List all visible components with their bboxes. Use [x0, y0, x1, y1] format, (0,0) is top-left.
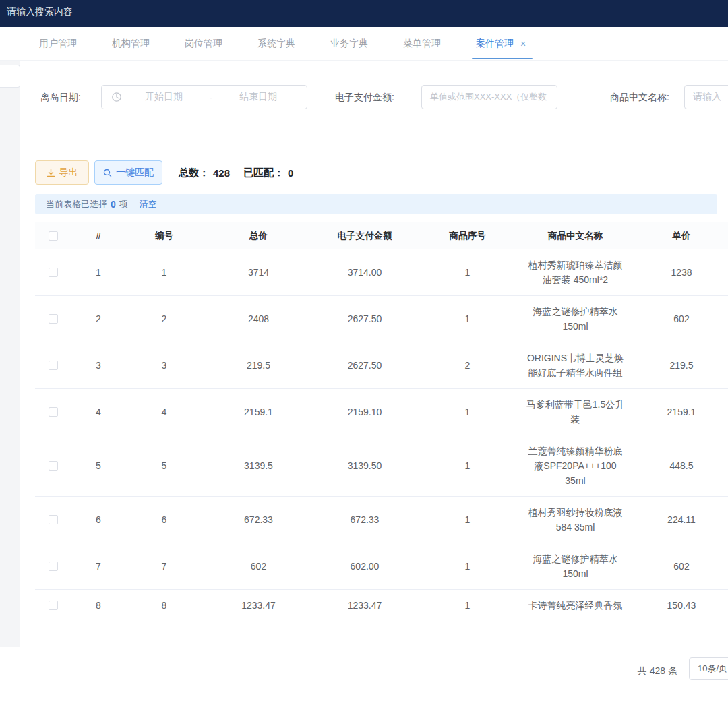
tab-item-4[interactable]: 业务字典: [330, 27, 368, 61]
cell-total-price: 2408: [203, 303, 314, 334]
tab-close-icon[interactable]: ×: [520, 38, 526, 49]
cell-code: 4: [125, 396, 203, 427]
cell-product-seq: 1: [415, 551, 520, 582]
tab-item-5[interactable]: 菜单管理: [403, 27, 441, 61]
total-value: 428: [213, 167, 230, 179]
cell-index: 2: [71, 303, 125, 334]
row-checkbox[interactable]: [49, 601, 58, 610]
cell-index: 4: [71, 396, 125, 427]
cell-index: 6: [71, 504, 125, 535]
product-name-input[interactable]: 请输入: [684, 85, 728, 109]
clear-selection-link[interactable]: 清空: [140, 198, 157, 210]
data-table: # 编号 总价 电子支付金额 商品序号 商品中文名称 单价 1 1 3714 3…: [35, 222, 728, 611]
selection-prefix: 当前表格已选择: [46, 198, 107, 210]
select-all-checkbox[interactable]: [49, 231, 58, 241]
tab-item-3[interactable]: 系统字典: [257, 27, 295, 61]
cell-epay-amount: 2159.10: [314, 396, 415, 427]
page-size-select[interactable]: 10条/页: [689, 657, 728, 680]
tab-label: 案件管理: [476, 38, 514, 50]
product-name-filter-label: 商品中文名称:: [610, 85, 669, 109]
selection-count: 0: [111, 199, 116, 210]
cell-product-seq: 1: [415, 257, 520, 288]
table-row: 6 6 672.33 672.33 1 植村秀羽纱持妆粉底液 584 35ml …: [35, 497, 728, 543]
cell-product-name: ORIGINS韦博士灵芝焕能好底子精华水两件组: [520, 342, 631, 388]
tab-item-1[interactable]: 机构管理: [112, 27, 150, 61]
tab-item-6[interactable]: 案件管理×: [476, 27, 526, 61]
header-product-name: 商品中文名称: [520, 229, 631, 243]
tab-label: 岗位管理: [185, 38, 222, 50]
cell-code: 5: [125, 450, 203, 481]
header-index: #: [71, 229, 125, 243]
tab-item-0[interactable]: 用户管理: [39, 27, 77, 61]
cell-epay-amount: 672.33: [314, 504, 415, 535]
tab-item-2[interactable]: 岗位管理: [185, 27, 222, 61]
table-row: 8 8 1233.47 1233.47 1 卡诗菁纯亮泽经典香氛 150.43: [35, 590, 728, 611]
cell-product-name: 卡诗菁纯亮泽经典香氛: [520, 590, 631, 611]
start-date-placeholder[interactable]: 开始日期: [122, 91, 206, 103]
cell-index: 7: [71, 551, 125, 582]
cell-code: 2: [125, 303, 203, 334]
table-row: 1 1 3714 3714.00 1 植村秀新琥珀臻萃洁颜油套装 450ml*2…: [35, 249, 728, 296]
download-icon: [47, 169, 55, 177]
row-checkbox[interactable]: [49, 407, 58, 417]
cell-unit-price: 219.5: [631, 350, 728, 381]
row-checkbox[interactable]: [49, 515, 58, 524]
cell-epay-amount: 1233.47: [314, 590, 415, 611]
cell-product-name: 海蓝之谜修护精萃水 150ml: [520, 543, 631, 589]
amount-input[interactable]: 单值或范围XXX-XXX（仅整数: [421, 85, 557, 109]
table-row: 2 2 2408 2627.50 1 海蓝之谜修护精萃水 150ml 602: [35, 296, 728, 342]
row-checkbox[interactable]: [49, 361, 58, 370]
export-button[interactable]: 导出: [35, 160, 89, 185]
cell-product-name: 马爹利蓝带干邑1.5公升装: [520, 389, 631, 435]
cell-epay-amount: 3714.00: [314, 257, 415, 288]
cell-total-price: 2159.1: [203, 396, 314, 427]
header-epay-amount: 电子支付金额: [314, 229, 415, 243]
date-filter-label: 离岛日期:: [40, 85, 81, 109]
cell-code: 8: [125, 590, 203, 611]
date-range-input[interactable]: 开始日期 - 结束日期: [101, 85, 307, 109]
cell-unit-price: 448.5: [631, 450, 728, 481]
collapse-panel-stub[interactable]: [0, 65, 20, 88]
cell-total-price: 3714: [203, 257, 314, 288]
cell-code: 7: [125, 551, 203, 582]
cell-total-price: 219.5: [203, 350, 314, 381]
left-gutter: [0, 61, 20, 647]
cell-code: 1: [125, 257, 203, 288]
tab-bar: 用户管理机构管理岗位管理系统字典业务字典菜单管理案件管理×: [0, 27, 728, 61]
tab-label: 用户管理: [39, 38, 77, 50]
table-row: 7 7 602 602.00 1 海蓝之谜修护精萃水 150ml 602: [35, 543, 728, 590]
table-body: 1 1 3714 3714.00 1 植村秀新琥珀臻萃洁颜油套装 450ml*2…: [35, 249, 728, 611]
row-checkbox[interactable]: [49, 562, 58, 571]
cell-total-price: 672.33: [203, 504, 314, 535]
table-header-row: # 编号 总价 电子支付金额 商品序号 商品中文名称 单价: [35, 222, 728, 249]
cell-unit-price: 602: [631, 303, 728, 334]
amount-filter-label: 电子支付金额:: [335, 85, 394, 109]
cell-epay-amount: 2627.50: [314, 350, 415, 381]
date-separator: -: [206, 92, 216, 102]
cell-product-seq: 2: [415, 350, 520, 381]
row-checkbox[interactable]: [49, 314, 58, 324]
cell-epay-amount: 3139.50: [314, 450, 415, 481]
header-code: 编号: [125, 229, 203, 243]
match-stats: 总数： 428 已匹配： 0: [179, 160, 293, 185]
search-icon: [103, 169, 112, 177]
cell-index: 8: [71, 590, 125, 611]
cell-product-seq: 1: [415, 450, 520, 481]
cell-total-price: 1233.47: [203, 590, 314, 611]
selection-suffix: 项: [119, 198, 128, 210]
cell-index: 5: [71, 450, 125, 481]
end-date-placeholder[interactable]: 结束日期: [216, 91, 300, 103]
row-checkbox[interactable]: [49, 461, 58, 471]
header-total-price: 总价: [203, 229, 314, 243]
cell-unit-price: 150.43: [631, 590, 728, 611]
cell-epay-amount: 2627.50: [314, 303, 415, 334]
global-search-input[interactable]: 请输入搜索内容: [7, 6, 73, 18]
cell-unit-price: 1238: [631, 257, 728, 288]
cell-unit-price: 2159.1: [631, 396, 728, 427]
cell-product-seq: 1: [415, 396, 520, 427]
cell-unit-price: 602: [631, 551, 728, 582]
row-checkbox[interactable]: [49, 268, 58, 277]
cell-epay-amount: 602.00: [314, 551, 415, 582]
cell-index: 3: [71, 350, 125, 381]
one-click-match-button[interactable]: 一键匹配: [94, 160, 162, 185]
